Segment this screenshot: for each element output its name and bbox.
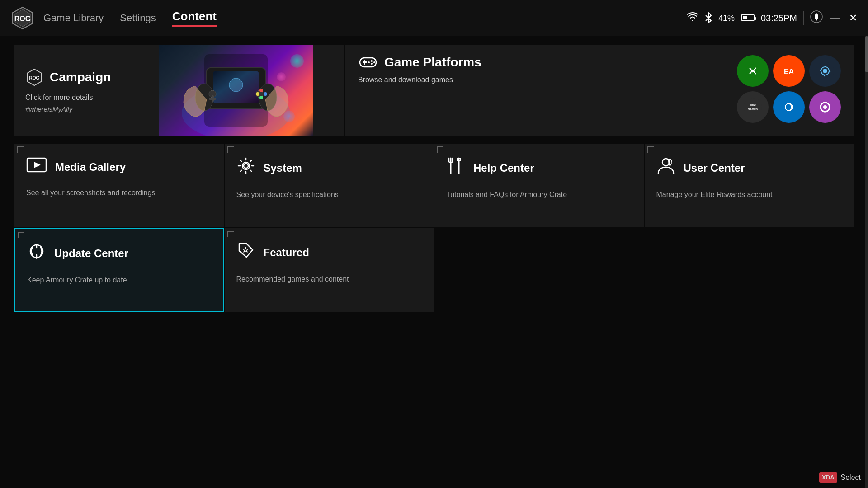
- svg-marker-55: [243, 247, 248, 252]
- svg-point-38: [744, 98, 762, 116]
- help-tools-icon: [446, 156, 465, 179]
- platform-ubisoft-icon[interactable]: [773, 91, 805, 123]
- main-content: ROG Campaign Click for more details #whe…: [0, 36, 868, 488]
- card-desc-help: Tutorials and FAQs for Armoury Crate: [446, 189, 632, 200]
- system-tray: 41% 03:25PM: [687, 10, 823, 26]
- platform-ea-icon[interactable]: EA: [773, 55, 805, 87]
- corner-bracket: [18, 232, 24, 238]
- corner-bracket: [647, 146, 654, 153]
- system-gear-icon: [236, 156, 255, 179]
- svg-point-41: [780, 98, 798, 116]
- card-desc-media: See all your screenshots and recordings: [26, 188, 212, 198]
- svg-point-53: [669, 165, 670, 166]
- campaign-device-illustration: [159, 45, 313, 136]
- platform-epic-icon[interactable]: EPIC GAMES: [737, 91, 769, 123]
- battery-percentage: 41%: [718, 14, 735, 23]
- platform-gog-icon[interactable]: [809, 91, 841, 123]
- card-update-center[interactable]: Update Center Keep Armoury Crate up to d…: [14, 228, 224, 312]
- svg-point-7: [816, 19, 817, 21]
- bluetooth-icon: [705, 12, 712, 25]
- card-header-help: Help Center: [446, 156, 632, 179]
- card-title-help: Help Center: [473, 162, 534, 174]
- svg-point-37: [823, 69, 827, 73]
- system-time: 03:25PM: [761, 13, 797, 23]
- hero-row: ROG Campaign Click for more details #whe…: [14, 45, 854, 136]
- svg-text:ROG: ROG: [29, 75, 40, 80]
- empty-col-4: [645, 228, 854, 312]
- card-header-system: System: [236, 156, 422, 179]
- campaign-image: [159, 45, 313, 136]
- user-center-icon: [656, 156, 675, 179]
- corner-bracket: [437, 146, 443, 153]
- platforms-section: Game Platforms Browse and download games: [345, 45, 854, 136]
- notification-bell-icon[interactable]: [810, 10, 823, 26]
- battery-icon: [741, 14, 755, 23]
- main-nav: Game Library Settings Content: [43, 9, 687, 27]
- minimize-button[interactable]: —: [830, 12, 840, 24]
- card-featured[interactable]: Featured Recommended games and content: [225, 228, 434, 312]
- svg-rect-28: [364, 60, 365, 65]
- platforms-desc: Browse and download games: [358, 76, 512, 84]
- campaign-header: ROG Campaign: [25, 68, 148, 86]
- card-title-featured: Featured: [264, 246, 309, 259]
- cards-row-1: Media Gallery See all your screenshots a…: [14, 144, 854, 227]
- scrollbar[interactable]: [865, 36, 868, 488]
- nav-content[interactable]: Content: [172, 9, 217, 27]
- svg-text:ROG: ROG: [14, 15, 31, 23]
- svg-point-45: [823, 105, 827, 109]
- card-desc-update: Keep Armoury Crate up to date: [27, 275, 211, 286]
- tray-divider: [803, 11, 804, 25]
- wifi-icon: [687, 12, 698, 24]
- card-media-gallery[interactable]: Media Gallery See all your screenshots a…: [14, 144, 224, 227]
- nav-settings[interactable]: Settings: [120, 12, 156, 24]
- card-title-user: User Center: [684, 162, 745, 174]
- svg-text:EA: EA: [784, 68, 794, 75]
- xda-watermark: XDA Select: [819, 472, 861, 483]
- empty-col-3: [434, 228, 644, 312]
- platforms-title: Game Platforms: [384, 55, 481, 70]
- svg-marker-47: [34, 162, 41, 168]
- card-title-system: System: [264, 162, 302, 174]
- svg-point-24: [259, 96, 263, 99]
- topbar: ROG Game Library Settings Content 41%: [0, 0, 868, 36]
- card-system[interactable]: System See your device's specifications: [225, 144, 434, 227]
- svg-rect-21: [212, 95, 214, 102]
- card-desc-user: Manage your Elite Rewards account: [656, 189, 842, 200]
- campaign-rog-icon: ROG: [25, 68, 43, 86]
- svg-point-31: [371, 63, 373, 65]
- gamepad-icon: [358, 55, 378, 70]
- card-desc-system: See your device's specifications: [236, 189, 422, 200]
- svg-text:EPIC: EPIC: [750, 104, 756, 107]
- card-header-user: User Center: [656, 156, 842, 179]
- close-button[interactable]: ✕: [849, 12, 857, 24]
- svg-point-30: [373, 61, 375, 63]
- card-help-center[interactable]: Help Center Tutorials and FAQs for Armou…: [434, 144, 644, 227]
- corner-bracket: [227, 146, 234, 153]
- card-header-media: Media Gallery: [26, 156, 212, 178]
- svg-point-23: [264, 92, 267, 96]
- card-header-featured: Featured: [236, 241, 422, 264]
- svg-text:GAMES: GAMES: [748, 108, 758, 111]
- media-gallery-icon: [26, 156, 47, 178]
- scrollbar-thumb[interactable]: [865, 36, 868, 72]
- svg-point-25: [256, 92, 259, 96]
- campaign-desc: Click for more details: [25, 94, 148, 102]
- svg-point-22: [259, 89, 263, 92]
- rog-logo-icon: ROG: [11, 6, 34, 30]
- platform-steam-icon[interactable]: [809, 55, 841, 87]
- app-logo: ROG: [11, 6, 34, 30]
- xda-select-label: Select: [841, 474, 861, 482]
- card-header-update: Update Center: [27, 242, 211, 265]
- platforms-header: Game Platforms: [358, 55, 512, 70]
- platform-xbox-icon[interactable]: [737, 55, 769, 87]
- campaign-section[interactable]: ROG Campaign Click for more details #whe…: [14, 45, 344, 136]
- card-user-center[interactable]: User Center Manage your Elite Rewards ac…: [645, 144, 854, 227]
- corner-bracket: [227, 231, 234, 237]
- svg-point-15: [229, 78, 243, 92]
- campaign-title: Campaign: [50, 70, 111, 84]
- svg-point-32: [368, 61, 370, 63]
- update-center-icon: [27, 242, 46, 265]
- corner-bracket: [17, 146, 24, 153]
- featured-tag-icon: [236, 241, 255, 264]
- nav-game-library[interactable]: Game Library: [43, 12, 104, 24]
